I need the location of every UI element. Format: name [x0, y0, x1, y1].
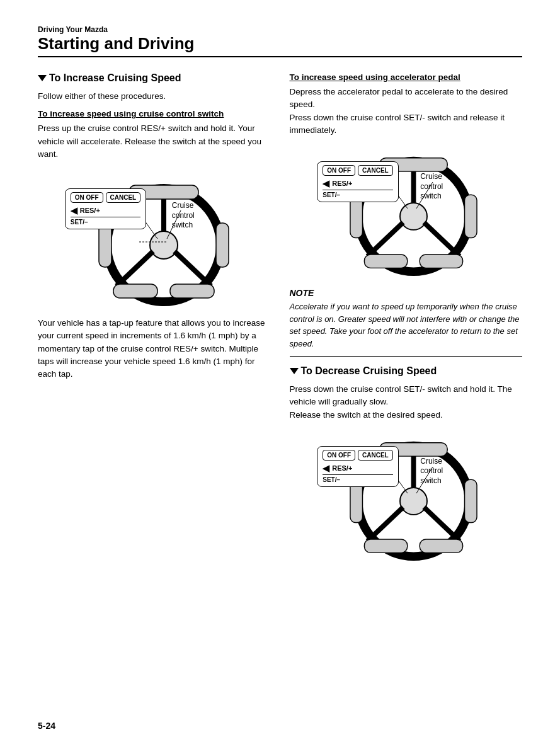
triangle-icon-2: [290, 368, 299, 374]
cancel-btn-2: CANCEL: [358, 165, 393, 176]
on-off-btn-1: ON OFF: [71, 192, 103, 203]
svg-line-36: [416, 467, 433, 493]
decrease-speed-heading: To Decrease Cruising Speed: [290, 365, 523, 377]
triangle-icon: [38, 75, 47, 81]
increase-speed-heading: To Increase Cruising Speed: [38, 72, 271, 84]
set-label-3: SET/−: [323, 476, 392, 483]
cancel-btn-1: CANCEL: [106, 192, 141, 203]
res-row-3: ◀ RES/+: [323, 463, 392, 473]
main-content: To Increase Cruising Speed Follow either…: [38, 72, 522, 571]
diagram2: ON OFF CANCEL ◀ RES/+ SET/− Cruise co: [314, 146, 497, 278]
diagram1-container: ON OFF CANCEL ◀ RES/+ SET/− Cruise: [38, 169, 271, 308]
panel-buttons-2: ON OFF CANCEL: [323, 165, 392, 176]
panel-buttons-3: ON OFF CANCEL: [323, 450, 392, 461]
col-right: To increase speed using accelerator peda…: [290, 72, 523, 571]
decrease-text: Press down the cruise control SET/- swit…: [290, 383, 523, 421]
page-number: 5-24: [38, 721, 55, 731]
res-label-1: RES/+: [80, 207, 100, 214]
svg-line-12: [167, 210, 181, 239]
page: Driving Your Mazda Starting and Driving …: [0, 0, 560, 756]
set-label-1: SET/−: [71, 219, 140, 226]
on-off-btn-3: ON OFF: [323, 450, 355, 461]
res-arrow-icon-2: ◀: [323, 178, 329, 188]
note-title: NOTE: [290, 288, 523, 298]
follow-text: Follow either of these procedures.: [38, 90, 271, 103]
panel-divider-2: [323, 190, 392, 190]
on-off-btn-2: ON OFF: [323, 165, 355, 176]
tap-up-text: Your vehicle has a tap-up feature that a…: [38, 317, 271, 381]
col-left: To Increase Cruising Speed Follow either…: [38, 72, 271, 571]
header-subtitle: Driving Your Mazda: [38, 25, 522, 34]
diagram3: ON OFF CANCEL ◀ RES/+ SET/− Cruise co: [314, 430, 497, 563]
cruise-switch-subheading: To increase speed using cruise control s…: [38, 109, 271, 118]
res-arrow-icon-1: ◀: [71, 205, 77, 215]
diagram3-container: ON OFF CANCEL ◀ RES/+ SET/− Cruise co: [290, 430, 523, 563]
svg-line-24: [416, 182, 433, 209]
header-section: Driving Your Mazda Starting and Driving: [38, 25, 522, 57]
res-arrow-icon-3: ◀: [323, 463, 329, 473]
note-section: NOTE Accelerate if you want to speed up …: [290, 288, 523, 350]
press-up-text: Press up the cruise control RES/+ switch…: [38, 122, 271, 161]
accelerator-text: Depress the accelerator pedal to acceler…: [290, 86, 523, 137]
note-text: Accelerate if you want to speed up tempo…: [290, 301, 523, 350]
control-panel-3: ON OFF CANCEL ◀ RES/+ SET/−: [317, 446, 398, 487]
panel-divider-3: [323, 474, 392, 475]
control-panel-2: ON OFF CANCEL ◀ RES/+ SET/−: [317, 161, 398, 202]
section-divider: [290, 356, 523, 357]
res-label-2: RES/+: [332, 180, 352, 187]
control-panel-1: ON OFF CANCEL ◀ RES/+ SET/−: [65, 188, 146, 229]
accelerator-subheading: To increase speed using accelerator peda…: [290, 72, 523, 82]
panel-divider-1: [71, 217, 140, 217]
diagram1: ON OFF CANCEL ◀ RES/+ SET/− Cruise: [60, 169, 249, 308]
res-row-2: ◀ RES/+: [323, 178, 392, 188]
res-label-3: RES/+: [332, 464, 352, 472]
res-row-1: ◀ RES/+: [71, 205, 140, 215]
diagram2-container: ON OFF CANCEL ◀ RES/+ SET/− Cruise co: [290, 146, 523, 278]
cancel-btn-3: CANCEL: [358, 450, 393, 461]
set-label-2: SET/−: [323, 192, 392, 198]
panel-buttons-1: ON OFF CANCEL: [71, 192, 140, 203]
header-title: Starting and Driving: [38, 34, 522, 54]
